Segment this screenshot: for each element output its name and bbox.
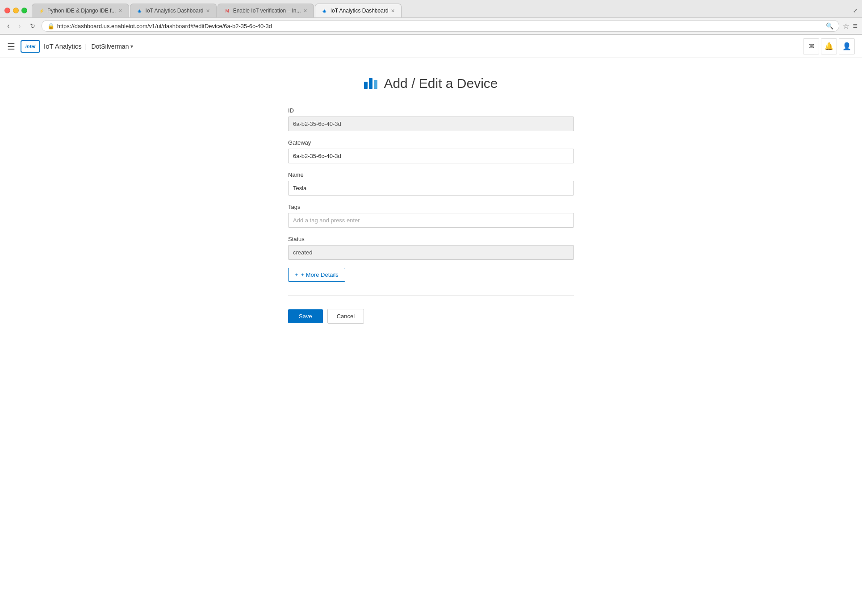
tab-label-gmail: Enable IoT verification – In... — [233, 8, 301, 14]
chart-bar-2 — [369, 78, 372, 89]
close-window-btn[interactable] — [4, 8, 10, 13]
tab-close-gmail[interactable]: × — [304, 7, 307, 14]
browser-menu-icon[interactable]: ≡ — [853, 21, 858, 31]
tab-favicon-gmail: M — [224, 8, 230, 14]
form-actions: Save Cancel — [288, 309, 574, 324]
plus-icon: + — [295, 271, 298, 278]
tab-python-ide[interactable]: ⚡ Python IDE & Django IDE f... × — [32, 4, 129, 17]
tab-label-iot2: IoT Analytics Dashboard — [331, 8, 389, 14]
page-title: Add / Edit a Device — [384, 76, 498, 91]
user-icon: 👤 — [842, 42, 851, 50]
tab-favicon-python: ⚡ — [38, 8, 45, 14]
status-label: Status — [288, 236, 574, 242]
tab-close-iot2[interactable]: × — [391, 7, 395, 14]
browser-chrome: ⚡ Python IDE & Django IDE f... × ◉ IoT A… — [0, 0, 862, 35]
id-label: ID — [288, 107, 574, 114]
chart-bar-1 — [364, 82, 368, 89]
search-icon[interactable]: 🔍 — [826, 22, 833, 29]
id-input[interactable] — [288, 117, 574, 131]
save-button[interactable]: Save — [288, 309, 323, 323]
bookmark-icon[interactable]: ☆ — [843, 22, 849, 30]
device-form: ID Gateway Name Tags Status + + More Det… — [288, 107, 574, 324]
bell-icon: 🔔 — [824, 42, 833, 50]
title-bar: ⚡ Python IDE & Django IDE f... × ◉ IoT A… — [0, 0, 862, 17]
gateway-input[interactable] — [288, 149, 574, 163]
ssl-lock-icon: 🔒 — [47, 23, 54, 29]
name-label: Name — [288, 171, 574, 178]
address-text: https://dashboard.us.enableiot.com/v1/ui… — [57, 23, 824, 29]
tab-close-iot1[interactable]: × — [206, 7, 209, 14]
status-input — [288, 245, 574, 260]
title-divider: | — [84, 43, 86, 50]
tags-input[interactable] — [288, 213, 574, 228]
form-divider — [288, 295, 574, 296]
bell-icon-button[interactable]: 🔔 — [821, 38, 837, 54]
user-icon-button[interactable]: 👤 — [839, 38, 855, 54]
gateway-field-group: Gateway — [288, 139, 574, 163]
minimize-window-btn[interactable] — [13, 8, 19, 13]
chart-bar-3 — [374, 80, 377, 89]
cancel-button[interactable]: Cancel — [327, 309, 364, 324]
chart-icon — [364, 78, 377, 89]
back-button[interactable]: ‹ — [4, 21, 12, 31]
id-field-group: ID — [288, 107, 574, 131]
mail-icon: ✉ — [808, 42, 814, 50]
tab-label-python: Python IDE & Django IDE f... — [47, 8, 116, 14]
more-details-label: + More Details — [301, 271, 339, 278]
status-field-group: Status — [288, 236, 574, 260]
traffic-lights — [4, 8, 27, 13]
user-name: DotSilverman — [91, 43, 129, 50]
address-bar[interactable]: 🔒 https://dashboard.us.enableiot.com/v1/… — [42, 20, 840, 32]
tab-label-iot1: IoT Analytics Dashboard — [146, 8, 204, 14]
name-field-group: Name — [288, 171, 574, 196]
user-dropdown-arrow[interactable]: ▾ — [130, 43, 133, 50]
main-content: Add / Edit a Device ID Gateway Name Tags… — [217, 58, 645, 341]
forward-button[interactable]: › — [16, 21, 23, 31]
refresh-button[interactable]: ↻ — [27, 21, 38, 30]
header-actions: ✉ 🔔 👤 — [803, 38, 855, 54]
expand-icon: ⤢ — [853, 8, 858, 14]
tab-iot-1[interactable]: ◉ IoT Analytics Dashboard × — [130, 4, 217, 17]
tab-close-python[interactable]: × — [118, 7, 122, 14]
app-header: ☰ intel IoT Analytics | DotSilverman ▾ ✉… — [0, 35, 862, 58]
mail-icon-button[interactable]: ✉ — [803, 38, 819, 54]
tab-gmail[interactable]: M Enable IoT verification – In... × — [218, 4, 314, 17]
name-input[interactable] — [288, 181, 574, 196]
tab-favicon-iot1: ◉ — [137, 8, 143, 14]
intel-logo: intel — [21, 40, 40, 53]
address-row: ‹ › ↻ 🔒 https://dashboard.us.enableiot.c… — [0, 17, 862, 34]
page-title-section: Add / Edit a Device — [226, 76, 636, 91]
gateway-label: Gateway — [288, 139, 574, 146]
tab-iot-2[interactable]: ◉ IoT Analytics Dashboard × — [315, 4, 402, 17]
tags-label: Tags — [288, 204, 574, 210]
more-details-button[interactable]: + + More Details — [288, 268, 345, 282]
maximize-window-btn[interactable] — [21, 8, 27, 13]
hamburger-menu-button[interactable]: ☰ — [7, 41, 15, 52]
tags-field-group: Tags — [288, 204, 574, 228]
app-title: IoT Analytics — [44, 42, 82, 50]
browser-tabs: ⚡ Python IDE & Django IDE f... × ◉ IoT A… — [32, 4, 847, 17]
tab-favicon-iot2: ◉ — [322, 8, 328, 14]
